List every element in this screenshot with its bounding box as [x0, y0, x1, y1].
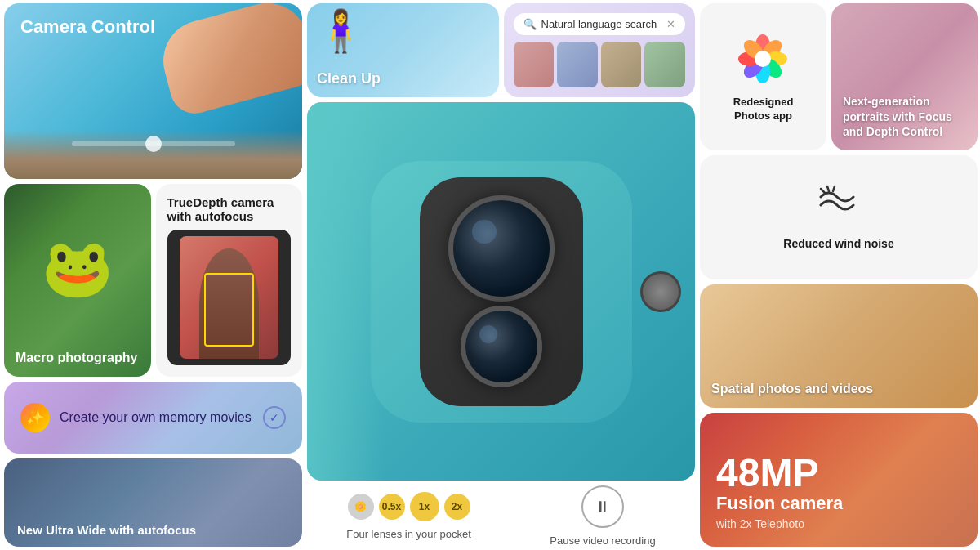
wind-noise-title: Reduced wind noise: [783, 237, 893, 250]
photos-app-title: RedesignedPhotos app: [733, 96, 794, 123]
wind-icon: [817, 185, 862, 229]
pause-label: Pause video recording: [550, 534, 655, 547]
secondary-lens: [461, 306, 542, 387]
mp-camera-card[interactable]: 48MP Fusion camera with 2x Telephoto: [700, 413, 978, 547]
camera-body: [371, 161, 632, 423]
right-top-row: RedesignedPhotos app Next-generationport…: [700, 3, 978, 150]
lens-controls-label: Four lenses in your pocket: [346, 528, 470, 540]
pause-button[interactable]: ⏸: [581, 485, 624, 528]
svg-line-11: [833, 186, 835, 191]
photos-icon: [735, 30, 792, 87]
lens-2x-button[interactable]: 2x: [444, 494, 470, 520]
person-thumb-2: [557, 42, 598, 87]
lens-1x-button[interactable]: 1x: [410, 492, 439, 521]
mp-sub: with 2x Telephoto: [716, 517, 804, 530]
cleanup-figures: 🧍‍♀️: [315, 7, 366, 55]
bottom-controls: 🌼 0.5x 1x 2x Four lenses in your pocket …: [307, 485, 695, 547]
person-thumb-1: [514, 42, 555, 87]
macro-card[interactable]: 🐸 Macro photography: [4, 184, 151, 377]
sparkle-icon: ✨: [20, 403, 50, 432]
pause-control: ⏸ Pause video recording: [550, 485, 655, 547]
spatial-card[interactable]: Spatial photos and videos: [700, 284, 978, 409]
search-text: Natural language search: [541, 18, 662, 30]
person-thumb-3: [601, 42, 642, 87]
person-thumb-4: [644, 42, 685, 87]
phone-mockup: [167, 230, 292, 365]
photos-flower-svg: [737, 33, 790, 86]
frog-icon: 🐸: [4, 192, 151, 344]
camera-control-card[interactable]: Camera Control: [4, 3, 302, 179]
search-icon: 🔍: [523, 18, 537, 30]
mid-left-row: 🐸 Macro photography TrueDepth camerawith…: [4, 184, 302, 377]
main-grid: Camera Control 🐸 Macro photography TrueD…: [4, 3, 976, 547]
mp-number: 48MP: [716, 454, 818, 493]
flash-button: [640, 271, 681, 312]
center-column: 🧍‍♀️ Clean Up 🔍 Natural language search …: [307, 3, 695, 547]
truedepth-card[interactable]: TrueDepth camerawith autofocus: [156, 184, 303, 377]
left-column: Camera Control 🐸 Macro photography TrueD…: [4, 3, 302, 547]
wind-svg: [817, 185, 862, 221]
ultrawide-label: New Ultra Wide with autofocus: [17, 523, 289, 537]
spatial-label: Spatial photos and videos: [711, 382, 966, 396]
macro-label: Macro photography: [16, 351, 140, 365]
wind-noise-card[interactable]: Reduced wind noise: [700, 155, 978, 279]
phone-screen: [180, 236, 278, 358]
natural-language-card[interactable]: 🔍 Natural language search ✕: [504, 3, 696, 97]
people-thumbnails: [514, 42, 686, 87]
svg-line-10: [827, 186, 829, 191]
memory-card[interactable]: ✨ Create your own memory movies ✓: [4, 382, 302, 454]
portrait-card[interactable]: Next-generationportraits with Focusand D…: [831, 3, 978, 150]
clear-icon[interactable]: ✕: [666, 18, 675, 30]
cleanup-card[interactable]: 🧍‍♀️ Clean Up: [307, 3, 499, 97]
truedepth-title: TrueDepth camerawith autofocus: [167, 195, 292, 223]
svg-point-8: [755, 51, 771, 67]
camera-control-title: Camera Control: [20, 16, 155, 38]
svg-line-9: [821, 189, 825, 193]
slider-bar: [72, 141, 235, 146]
face-detection-box: [204, 273, 254, 347]
search-bar[interactable]: 🔍 Natural language search ✕: [514, 13, 686, 35]
cleanup-label: Clean Up: [317, 70, 489, 87]
lens-05x-button[interactable]: 0.5x: [379, 494, 405, 520]
right-column: RedesignedPhotos app Next-generationport…: [700, 3, 978, 547]
memory-text: Create your own memory movies: [60, 410, 263, 425]
mp-description: Fusion camera: [716, 493, 843, 514]
photos-app-card[interactable]: RedesignedPhotos app: [700, 3, 826, 150]
lens-controls: 🌼 0.5x 1x 2x Four lenses in your pocket: [346, 492, 470, 540]
lens-buttons: 🌼 0.5x 1x 2x: [348, 492, 470, 521]
lens-05x-icon: 🌼: [348, 494, 374, 520]
main-camera-card: [307, 102, 695, 481]
lens-module: [420, 177, 583, 406]
finger-image: [154, 3, 302, 118]
main-lens: [448, 195, 555, 302]
center-top-row: 🧍‍♀️ Clean Up 🔍 Natural language search …: [307, 3, 695, 97]
portrait-label: Next-generationportraits with Focusand D…: [843, 94, 966, 139]
ultrawide-card[interactable]: New Ultra Wide with autofocus: [4, 458, 302, 547]
checkmark-icon: ✓: [263, 406, 286, 429]
